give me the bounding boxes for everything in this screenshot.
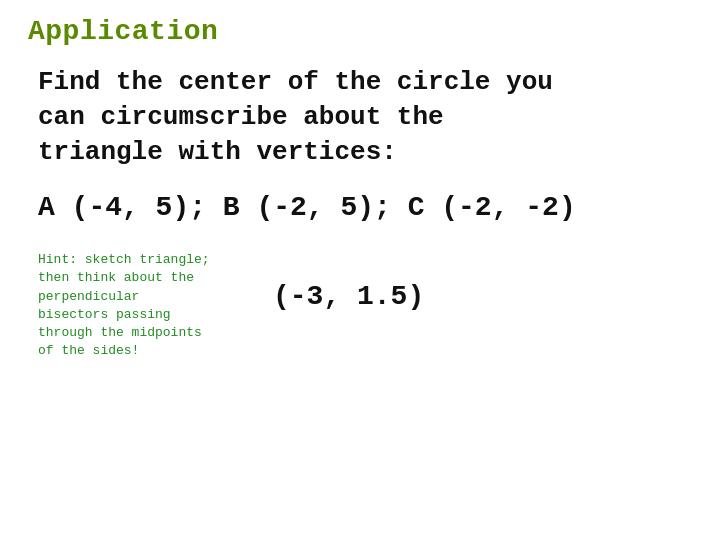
answer-text: (-3, 1.5) — [213, 251, 424, 312]
problem-line2: can circumscribe about the — [38, 102, 444, 132]
problem-line3: triangle with vertices: — [38, 137, 397, 167]
page-container: Application Find the center of the circl… — [0, 0, 720, 540]
hint-text: Hint: sketch triangle; then think about … — [38, 251, 213, 360]
page-title: Application — [28, 16, 692, 47]
hint-answer-row: Hint: sketch triangle; then think about … — [28, 251, 692, 360]
vertices-line: A (-4, 5); B (-2, 5); C (-2, -2) — [28, 192, 692, 223]
problem-line1: Find the center of the circle you — [38, 67, 553, 97]
problem-text: Find the center of the circle you can ci… — [28, 65, 692, 170]
